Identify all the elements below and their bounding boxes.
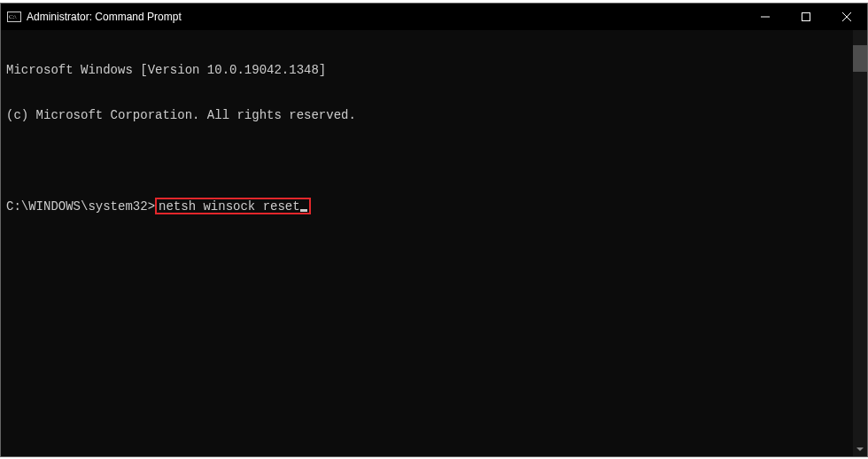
maximize-button[interactable] [786,4,826,30]
vertical-scrollbar[interactable] [853,30,867,456]
cursor [300,209,307,212]
command-prompt-window: C:\ Administrator: Command Prompt Micros… [0,3,868,457]
close-button[interactable] [826,4,867,30]
svg-marker-7 [856,447,864,451]
command-highlight: netsh winsock reset [155,198,311,214]
titlebar[interactable]: C:\ Administrator: Command Prompt [1,4,867,30]
output-line: Microsoft Windows [Version 10.0.19042.13… [6,63,862,78]
minimize-button[interactable] [745,4,786,30]
prompt-line: C:\WINDOWS\system32>netsh winsock reset [6,198,862,214]
scroll-down-arrow[interactable] [853,441,867,456]
blank-line [6,153,862,168]
svg-text:C:\: C:\ [9,13,17,20]
svg-rect-3 [802,13,810,21]
window-controls [745,4,867,30]
cmd-icon: C:\ [7,10,21,24]
prompt-text: C:\WINDOWS\system32> [6,199,155,214]
svg-line-5 [842,12,851,21]
window-title: Administrator: Command Prompt [27,11,182,23]
scroll-thumb[interactable] [853,45,867,72]
output-line: (c) Microsoft Corporation. All rights re… [6,108,862,123]
svg-line-4 [842,12,851,21]
terminal-output[interactable]: Microsoft Windows [Version 10.0.19042.13… [1,30,867,456]
command-text: netsh winsock reset [159,199,300,214]
